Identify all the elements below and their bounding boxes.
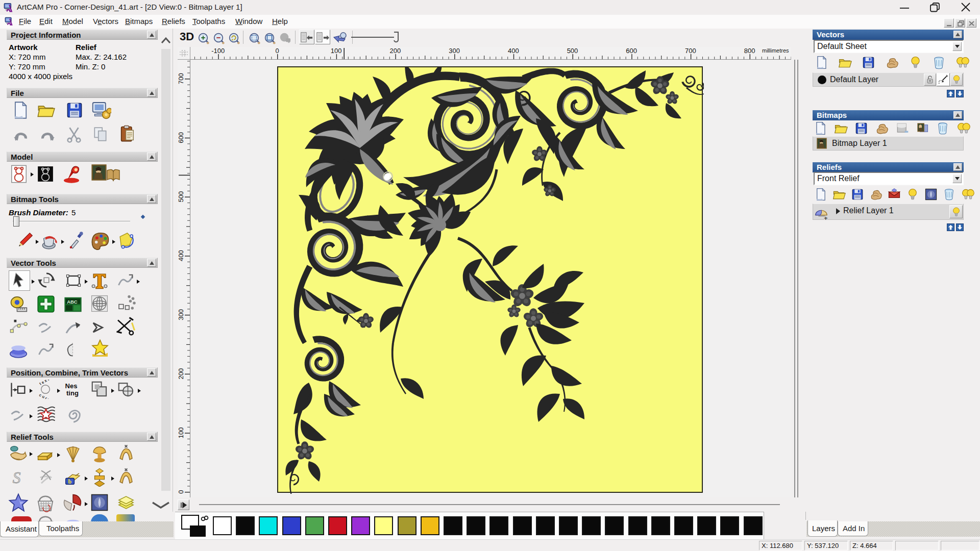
svg-text:700: 700 [178,73,185,84]
svg-text:200: 200 [178,368,185,380]
svg-text:100: 100 [178,427,185,438]
svg-text:500: 500 [178,191,185,203]
svg-text:300: 300 [178,309,185,320]
svg-text:Nes: Nes [65,382,78,390]
svg-text:100: 100 [331,47,342,55]
svg-text:500: 500 [567,47,578,55]
svg-text:800: 800 [744,47,755,55]
svg-text:400: 400 [508,47,519,55]
svg-text:200: 200 [390,47,401,55]
svg-text:300: 300 [449,47,460,55]
svg-text:0: 0 [178,490,185,493]
svg-text:400: 400 [178,250,185,261]
svg-text:S: S [13,469,21,487]
svg-text:b: b [68,478,72,485]
svg-text:0: 0 [275,47,279,55]
svg-text:ting: ting [66,389,79,397]
svg-text:millimetres: millimetres [762,47,789,54]
svg-text:600: 600 [178,132,185,143]
svg-text:ABC: ABC [67,299,78,305]
svg-text:-100: -100 [211,47,225,55]
svg-text:600: 600 [626,47,637,55]
svg-text:700: 700 [685,47,696,55]
